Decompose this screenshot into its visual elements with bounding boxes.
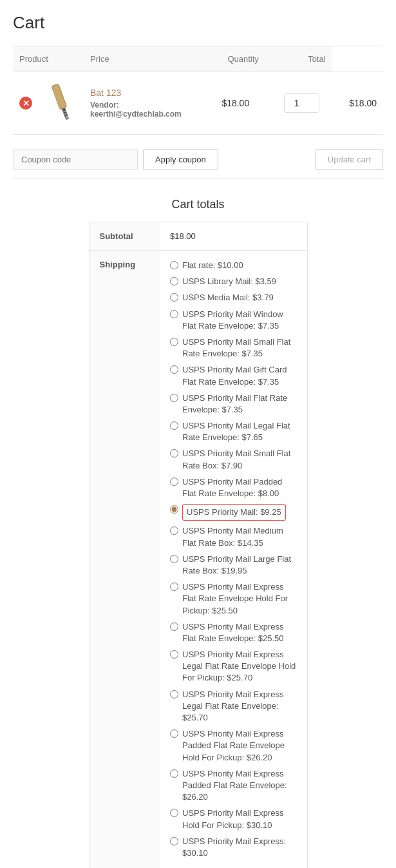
shipping-option-item: USPS Priority Mail Express Flat Rate Env… [170,581,297,617]
shipping-radio[interactable] [170,394,178,402]
cart-totals-section: Cart totals Subtotal $18.00 Shipping Fla… [13,198,383,868]
shipping-option-item: USPS Priority Mail Express Padded Flat R… [170,728,297,764]
svg-rect-0 [52,84,67,110]
shipping-option-label[interactable]: USPS Priority Mail Small Flat Rate Box: … [182,448,297,471]
shipping-option-label[interactable]: Flat rate: $10.00 [182,260,243,271]
shipping-option-label[interactable]: USPS Priority Mail Express Legal Flat Ra… [182,649,297,684]
shipping-option-label[interactable]: USPS Priority Mail Express Padded Flat R… [182,768,297,804]
shipping-radio[interactable] [170,809,178,817]
subtotal-value: $18.00 [160,222,307,251]
shipping-option-label[interactable]: USPS Library Mail: $3.59 [182,276,276,287]
product-name-link[interactable]: Bat 123 [90,88,121,98]
shipping-option-label[interactable]: USPS Priority Mail: $9.25 [182,504,286,521]
product-vendor: Vendor: keerthi@cydtechlab.com [90,101,209,119]
shipping-radio[interactable] [170,261,178,269]
shipping-option-item: USPS Priority Mail Express Flat Rate Env… [170,621,297,644]
coupon-input[interactable] [13,149,138,170]
bat-svg [45,81,77,123]
shipping-radio[interactable] [170,526,178,535]
shipping-radio[interactable] [170,449,178,458]
shipping-option-item: USPS Priority Mail Small Flat Rate Box: … [170,448,297,471]
shipping-radio[interactable] [170,690,178,699]
shipping-radio[interactable] [170,622,178,631]
shipping-radio[interactable] [170,477,178,486]
subtotal-row: Subtotal $18.00 [89,222,307,251]
product-price: $18.00 [215,72,270,135]
shipping-option-label[interactable]: USPS Priority Mail Window Flat Rate Enve… [182,309,297,332]
shipping-option-item: USPS Priority Mail: $9.25 [170,504,297,521]
shipping-option-item: USPS Priority Mail Small Flat Rate Envel… [170,336,297,360]
product-quantity [271,72,332,135]
shipping-option-label[interactable]: USPS Priority Mail Express Flat Rate Env… [182,621,297,644]
shipping-option-item: USPS Priority Mail Legal Flat Rate Envel… [170,420,297,443]
shipping-option-label[interactable]: USPS Priority Mail Express Padded Flat R… [182,728,297,764]
shipping-option-label[interactable]: USPS Priority Mail Legal Flat Rate Envel… [182,420,297,443]
close-icon: ✕ [19,97,32,110]
shipping-option-label[interactable]: USPS Priority Mail Express Hold For Pick… [182,807,297,831]
shipping-radio[interactable] [170,837,178,845]
cart-totals-box: Cart totals Subtotal $18.00 Shipping Fla… [89,198,308,868]
col-header-product: Product [13,46,84,72]
quantity-input[interactable] [284,93,319,113]
coupon-row: Apply coupon Update cart [13,141,383,178]
product-name-cell: Bat 123 Vendor: keerthi@cydtechlab.com [84,72,215,135]
shipping-option-item: USPS Library Mail: $3.59 [170,276,297,287]
shipping-radio[interactable] [170,650,178,659]
remove-item-button[interactable]: ✕ [19,97,32,110]
shipping-option-label[interactable]: USPS Priority Mail Small Flat Rate Envel… [182,336,297,360]
cart-table: Product Price Quantity Total ✕ [13,46,383,135]
shipping-option-label[interactable]: USPS Priority Mail Large Flat Rate Box: … [182,554,297,577]
update-cart-button[interactable]: Update cart [316,149,383,170]
shipping-option-label[interactable]: USPS Media Mail: $3.79 [182,292,274,304]
shipping-option-item: USPS Priority Mail Express Legal Flat Ra… [170,649,297,684]
shipping-radio[interactable] [170,310,178,318]
shipping-option-item: USPS Priority Mail Express: $30.10 [170,836,297,859]
shipping-option-label[interactable]: USPS Priority Mail Padded Flat Rate Enve… [182,476,297,499]
col-header-price: Price [84,46,215,72]
shipping-option-label[interactable]: USPS Priority Mail Express Legal Flat Ra… [182,689,297,724]
shipping-radio[interactable] [170,769,178,778]
shipping-option-item: USPS Priority Mail Express Padded Flat R… [170,768,297,804]
shipping-label: Shipping [89,251,160,869]
shipping-radio[interactable] [170,338,178,346]
page-title: Cart [13,13,383,33]
cart-totals-title: Cart totals [89,198,308,211]
shipping-radio[interactable] [170,293,178,302]
shipping-radio[interactable] [170,505,178,514]
shipping-option-label[interactable]: USPS Priority Mail Flat Rate Envelope: $… [182,392,297,416]
shipping-radio[interactable] [170,555,178,563]
shipping-option-item: USPS Media Mail: $3.79 [170,292,297,304]
shipping-option-label[interactable]: USPS Priority Mail Express Flat Rate Env… [182,581,297,617]
shipping-option-item: USPS Priority Mail Large Flat Rate Box: … [170,554,297,577]
shipping-radio[interactable] [170,277,178,285]
totals-table: Subtotal $18.00 Shipping Flat rate: $10.… [89,222,308,868]
shipping-option-item: USPS Priority Mail Medium Flat Rate Box:… [170,525,297,548]
shipping-option-item: USPS Priority Mail Gift Card Flat Rate E… [170,364,297,387]
shipping-radio[interactable] [170,583,178,591]
product-thumbnail [39,72,84,135]
apply-coupon-button[interactable]: Apply coupon [143,149,218,170]
vendor-label: Vendor: [90,101,119,110]
shipping-options-list: Flat rate: $10.00USPS Library Mail: $3.5… [170,260,297,859]
table-row: ✕ [13,72,383,135]
shipping-option-label[interactable]: USPS Priority Mail Medium Flat Rate Box:… [182,525,297,548]
vendor-email: keerthi@cydtechlab.com [90,110,182,119]
col-header-quantity: Quantity [215,46,270,72]
shipping-option-item: USPS Priority Mail Window Flat Rate Enve… [170,309,297,332]
shipping-option-item: USPS Priority Mail Flat Rate Envelope: $… [170,392,297,416]
shipping-option-label[interactable]: USPS Priority Mail Gift Card Flat Rate E… [182,364,297,387]
shipping-row: Shipping Flat rate: $10.00USPS Library M… [89,251,307,869]
shipping-option-item: USPS Priority Mail Padded Flat Rate Enve… [170,476,297,499]
product-total: $18.00 [332,72,383,135]
shipping-option-item: USPS Priority Mail Express Hold For Pick… [170,807,297,831]
shipping-options-cell: Flat rate: $10.00USPS Library Mail: $3.5… [160,251,307,869]
shipping-option-item: USPS Priority Mail Express Legal Flat Ra… [170,689,297,724]
shipping-radio[interactable] [170,421,178,430]
col-header-total: Total [271,46,332,72]
shipping-radio[interactable] [170,365,178,374]
shipping-radio[interactable] [170,729,178,738]
shipping-option-item: Flat rate: $10.00 [170,260,297,271]
shipping-option-label[interactable]: USPS Priority Mail Express: $30.10 [182,836,297,859]
subtotal-label: Subtotal [89,222,160,251]
